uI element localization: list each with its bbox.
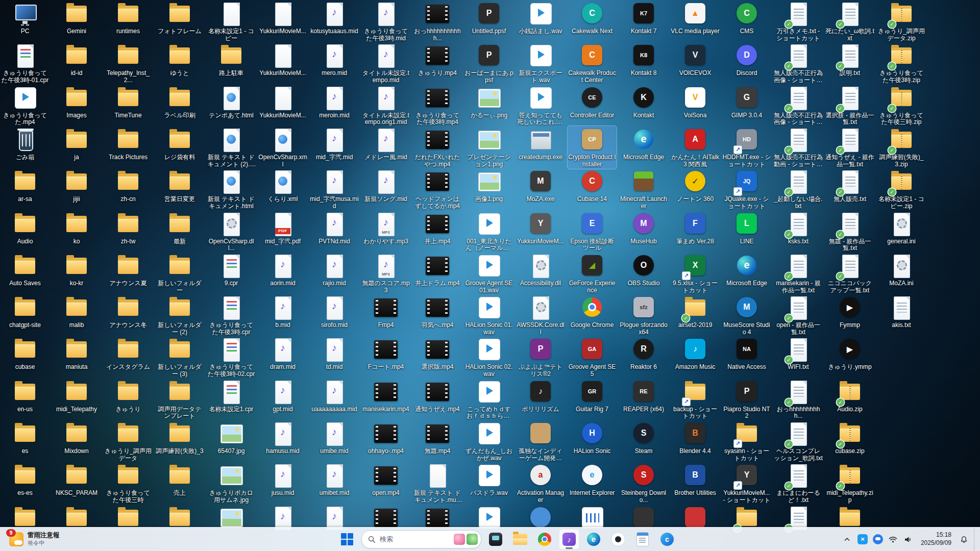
desktop-icon[interactable]: HALion Sonic 02.wav	[464, 336, 513, 379]
desktop-icon[interactable]: 無題.mp4	[413, 420, 462, 456]
desktop-icon[interactable]: ✓ksks.txt	[774, 210, 823, 246]
desktop-icon[interactable]: ✓無人販売不正行為画像 - ショートカッ...	[774, 42, 823, 85]
desktop-icon[interactable]: 001_東北きりたん（ノーマル）_今じゃ...	[464, 210, 513, 254]
desktop-icon[interactable]: chatgpt-site	[1, 294, 50, 330]
desktop-icon[interactable]: 新しいフォルダー	[155, 252, 204, 295]
taskbar-app-notepad[interactable]	[632, 529, 653, 549]
desktop-icon[interactable]: eMicrosoft Edge	[722, 252, 771, 288]
desktop-icon[interactable]: ♪mid_字弐.mid	[310, 126, 359, 162]
desktop-icon[interactable]: きゅうり食ってた.mp4	[1, 84, 50, 128]
desktop-icon[interactable]: ✓きゅうり食ってた午後三時.zip	[877, 84, 926, 128]
desktop-icon[interactable]: ✓万引きメモ.txt - ショートカット	[774, 0, 823, 43]
desktop-icon[interactable]: Auto Saves	[1, 252, 50, 288]
desktop-icon[interactable]: jijii	[52, 168, 101, 204]
tray-chat-button[interactable]	[871, 530, 885, 548]
desktop-icon[interactable]: 名称未設定1.cpr	[207, 378, 256, 414]
desktop-icon[interactable]: くらり.xml	[258, 168, 307, 204]
desktop-icon[interactable]: Groove Agent SE 01.wav	[464, 252, 513, 295]
desktop-icon[interactable]: ♪mero.mid	[310, 42, 359, 78]
desktop-icon[interactable]: K8Kontakt 8	[619, 42, 668, 78]
start-button[interactable]	[337, 529, 357, 549]
desktop-icon[interactable]: YukkuriMovieM...	[258, 0, 307, 36]
desktop-icon[interactable]: Google Chrome	[568, 294, 617, 330]
desktop-icon[interactable]: ♪umibe.mid	[310, 420, 359, 456]
desktop-icon[interactable]: AWSSDK.Core.dll	[516, 294, 565, 337]
desktop-icon[interactable]: 画像1.png	[464, 168, 513, 204]
desktop-icon[interactable]: MMuseHub	[619, 210, 668, 246]
desktop-icon[interactable]: 新しいフォルダー (3)	[155, 336, 204, 379]
desktop-icon[interactable]: REREAPER (x64)	[619, 378, 668, 414]
desktop-icon[interactable]: LLINE	[722, 210, 771, 246]
desktop-icon[interactable]: 井上ドラム.mp4	[413, 252, 462, 288]
desktop-icon[interactable]: ✓midi_Telepathy.zip	[825, 462, 874, 505]
desktop-icon[interactable]: アナウンス冬	[104, 294, 153, 330]
desktop-icon[interactable]: 売上	[155, 462, 204, 498]
desktop-icon[interactable]: DDiscord	[722, 42, 771, 78]
desktop-icon[interactable]: Accessibility.dll	[516, 252, 565, 288]
desktop-icon[interactable]: きゅうり食ってた午後3時-02.cpr	[207, 336, 256, 379]
desktop-icon[interactable]: ✓airset2-2019	[671, 294, 720, 330]
desktop-icon[interactable]: きゅうり食ってた午後三時	[104, 462, 153, 505]
desktop-icon[interactable]: きゅうり.mp4	[413, 42, 462, 78]
desktop-icon[interactable]: ↗backup - ショートカット	[671, 378, 720, 421]
desktop-icon[interactable]: en-us	[1, 378, 50, 414]
desktop-icon[interactable]: ✓名称未設定1 - コピー.zip	[877, 168, 926, 211]
desktop-icon[interactable]: GAGroove Agent SE 5	[568, 336, 617, 379]
desktop-icon[interactable]: 営業日変更	[155, 168, 204, 204]
desktop-icon[interactable]: MMuseScore Studio 4	[722, 294, 771, 337]
desktop-icon[interactable]: 新規 テキスト ドキュメント (2).html	[207, 126, 256, 169]
desktop-icon[interactable]: CCubase 14	[568, 168, 617, 204]
desktop-icon[interactable]: Images	[52, 84, 101, 120]
desktop-icon[interactable]: きゅうり食ってた午後3時.mp4	[413, 84, 462, 128]
desktop-icon[interactable]: ♪td.mid	[310, 336, 359, 372]
desktop-icon[interactable]: きゅうり食ってた午後3時.cpr	[207, 294, 256, 337]
desktop-icon[interactable]: YYukkuriMovieM...	[516, 210, 565, 246]
taskbar-app-music-active[interactable]: ♪	[559, 529, 579, 549]
desktop-icon[interactable]: 羽気へ.mp4	[413, 294, 462, 330]
desktop-icon[interactable]: OOBS Studio	[619, 252, 668, 288]
desktop-icon[interactable]: ar-sa	[1, 168, 50, 204]
desktop-icon[interactable]: Track Pictures	[104, 126, 153, 162]
desktop-icon[interactable]: きゅうり	[104, 378, 153, 414]
desktop-icon[interactable]: ごみ箱	[1, 126, 50, 162]
desktop-icon[interactable]: ラベル印刷	[155, 84, 204, 120]
desktop-icon[interactable]: ♪タイトル未設定.tempo.mid	[361, 42, 410, 85]
tray-x-app-button[interactable]: ×	[855, 530, 870, 548]
desktop-icon[interactable]: aActivation Manager	[516, 462, 565, 505]
desktop-icon[interactable]: ♪dram.mid	[258, 336, 307, 372]
desktop-icon[interactable]: VVOICEVOX	[671, 42, 720, 78]
desktop-icon[interactable]: 小銭詰まし.wav	[516, 0, 565, 36]
desktop-icon[interactable]: ✓WIFI.txt	[774, 336, 823, 372]
taskbar-app-messaging[interactable]: c	[657, 529, 677, 549]
desktop-icon[interactable]: 通知うぜえ.mp4	[413, 378, 462, 414]
desktop-icon[interactable]: HD↗HDDFMT.exe - ショートカット	[722, 126, 771, 169]
desktop-icon[interactable]: EEpson 接続診断ツール	[568, 210, 617, 254]
desktop-icon[interactable]: ♪Amazon Music	[671, 336, 720, 372]
desktop-icon[interactable]: 65407.jpg	[207, 420, 256, 456]
desktop-icon[interactable]: general.ini	[877, 210, 926, 246]
desktop-icon[interactable]: MMoZA.exe	[516, 168, 565, 204]
desktop-icon[interactable]: GGIMP 3.0.4	[722, 84, 771, 120]
desktop-icon[interactable]: BBlender 4.4	[671, 420, 720, 456]
desktop-icon[interactable]: malib	[52, 294, 101, 330]
taskbar-app-edge[interactable]: e	[583, 529, 604, 549]
desktop-icon[interactable]: インスタグラム	[104, 336, 153, 372]
desktop-icon[interactable]: Fmp4	[361, 294, 410, 330]
desktop-icon[interactable]: ✓きゅうり_調声用データ.zip	[877, 0, 926, 43]
taskbar-app-media-player[interactable]	[608, 529, 628, 549]
desktop-icon[interactable]: ✓ヘルスコンプレッション_歌詞.txt	[774, 420, 823, 463]
desktop-icon[interactable]: ✓cubase.zip	[825, 420, 874, 456]
search-box[interactable]: 検索	[361, 530, 481, 548]
desktop-icon[interactable]: RReaktor 6	[619, 336, 668, 372]
desktop-icon[interactable]: 9.cpr	[207, 252, 256, 288]
desktop-icon[interactable]: 孤独なインディーゲーム開発者の一生...	[516, 420, 565, 463]
desktop-icon[interactable]: レジ袋有料	[155, 126, 204, 162]
desktop-icon[interactable]: ✓死にたい_ω歌詞.txt	[825, 0, 874, 43]
taskbar-app-file-explorer[interactable]	[510, 529, 530, 549]
desktop-icon[interactable]: Audio	[1, 210, 50, 246]
desktop-icon[interactable]: Gemini	[52, 0, 101, 36]
desktop-icon[interactable]: cubase	[1, 336, 50, 372]
desktop-icon[interactable]: CPCrypton Product Installer	[568, 126, 617, 169]
desktop-icon[interactable]: ♪hamusu.mid	[258, 420, 307, 456]
desktop-icon[interactable]: PUntitled.ppsf	[464, 0, 513, 36]
